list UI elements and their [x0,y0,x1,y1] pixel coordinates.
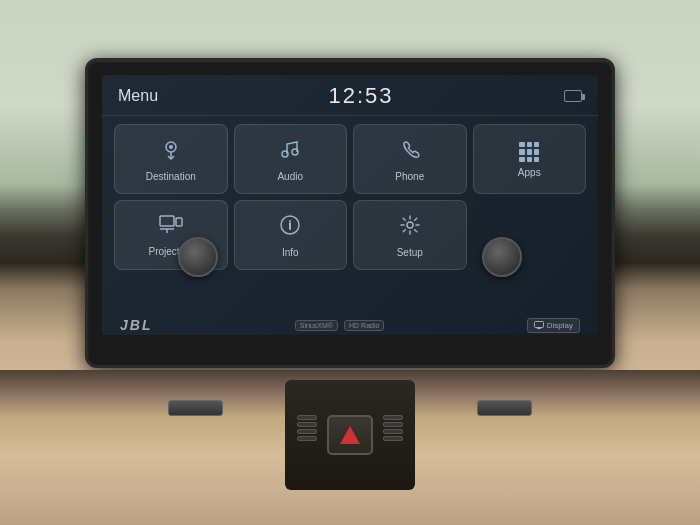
battery-icon [564,90,582,102]
console-btn-8[interactable] [383,436,403,441]
dashboard: HOME MENU AUDIO MAP SEEK › ‹ TRACK PHONE [0,0,700,525]
display-button[interactable]: Display [527,318,580,333]
volume-knob[interactable] [178,237,218,277]
tuning-knob[interactable] [482,237,522,277]
svg-rect-5 [176,218,182,226]
apps-label: Apps [518,167,541,178]
dashboard-bottom [0,370,700,525]
phone-icon [399,138,421,166]
phone-menu-button[interactable]: Phone [353,124,467,194]
console-btn-5[interactable] [383,415,403,420]
clock-display: 12:53 [328,83,393,109]
display-label: Display [547,321,573,330]
console-btn-2[interactable] [297,422,317,427]
menu-grid: Destination Audio [102,116,598,278]
apps-menu-button[interactable]: Apps [473,124,587,194]
phone-label: Phone [395,171,424,182]
destination-icon [160,138,182,166]
siriusxm-badge: SiriusXM® [295,320,338,331]
apps-icon [519,142,539,162]
svg-rect-9 [534,322,543,328]
console-btn-7[interactable] [383,429,403,434]
info-button[interactable]: Info [234,200,348,270]
head-unit: HOME MENU AUDIO MAP SEEK › ‹ TRACK PHONE [85,58,615,368]
menu-title: Menu [118,87,158,105]
setup-icon [399,214,421,242]
vent-control-right[interactable] [477,400,532,416]
console-top-buttons [297,415,403,455]
screen-header: Menu 12:53 [102,75,598,116]
console-btn-6[interactable] [383,422,403,427]
destination-button[interactable]: Destination [114,124,228,194]
audio-label: Audio [277,171,303,182]
hazard-triangle-icon [340,426,360,444]
info-icon [279,214,301,242]
svg-point-8 [407,222,413,228]
screen-bottom-bar: JBL SiriusXM® HD Radio Display [116,317,584,333]
console-btn-1[interactable] [297,415,317,420]
status-icons [564,90,582,102]
hazard-button[interactable] [327,415,373,455]
jbl-logo: JBL [120,317,152,333]
svg-point-7 [289,220,291,222]
setup-label: Setup [397,247,423,258]
hdradio-badge: HD Radio [344,320,384,331]
console-btn-4[interactable] [297,436,317,441]
audio-icon [279,138,301,166]
svg-rect-4 [160,216,174,226]
right-console-button-group [383,415,403,455]
info-label: Info [282,247,299,258]
destination-label: Destination [146,171,196,182]
console-btn-3[interactable] [297,429,317,434]
center-console [285,380,415,490]
touchscreen-display[interactable]: Menu 12:53 [102,75,598,335]
left-console-button-group [297,415,317,455]
audio-menu-button[interactable]: Audio [234,124,348,194]
bottom-badges: SiriusXM® HD Radio [295,320,385,331]
svg-point-1 [169,145,173,149]
display-monitor-icon [534,321,544,329]
vent-control-left[interactable] [168,400,223,416]
setup-button[interactable]: Setup [353,200,467,270]
projection-icon [159,215,183,241]
